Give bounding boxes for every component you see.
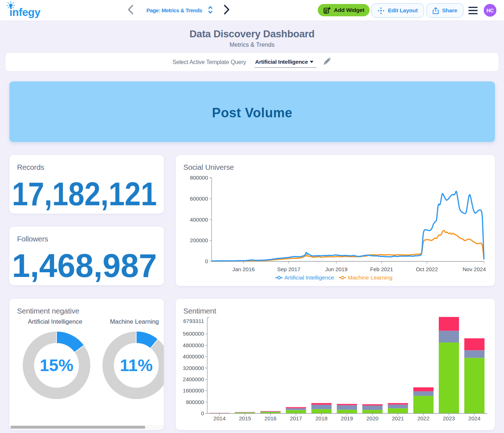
svg-text:3200000: 3200000 — [183, 365, 204, 371]
svg-text:0: 0 — [201, 410, 204, 416]
svg-text:2015: 2015 — [239, 415, 251, 421]
svg-text:1,468,987: 1,468,987 — [12, 248, 157, 284]
svg-text:600000: 600000 — [190, 196, 208, 202]
svg-text:1600000: 1600000 — [183, 387, 204, 394]
svg-text:11%: 11% — [120, 356, 153, 375]
svg-text:Artificial Intelligence: Artificial Intelligence — [28, 318, 82, 325]
svg-text:2021: 2021 — [392, 415, 404, 421]
svg-text:2017: 2017 — [290, 415, 302, 421]
svg-text:2018: 2018 — [316, 415, 328, 421]
svg-text:2016: 2016 — [265, 415, 276, 421]
svg-text:Feb 2021: Feb 2021 — [370, 266, 393, 272]
svg-text:17,182,121: 17,182,121 — [12, 176, 157, 212]
svg-text:Sep 2017: Sep 2017 — [277, 266, 300, 272]
svg-text:400000: 400000 — [190, 216, 208, 223]
svg-text:800000: 800000 — [186, 399, 204, 405]
svg-text:Artificial Intelligence: Artificial Intelligence — [284, 274, 334, 281]
svg-text:2023: 2023 — [443, 415, 455, 421]
svg-text:4000000: 4000000 — [183, 353, 204, 360]
svg-text:15%: 15% — [39, 356, 73, 375]
svg-text:Jun 2019: Jun 2019 — [325, 266, 347, 272]
svg-text:4800000: 4800000 — [183, 342, 204, 348]
svg-text:200000: 200000 — [190, 237, 208, 243]
svg-text:2400000: 2400000 — [183, 376, 204, 382]
svg-text:5600000: 5600000 — [183, 331, 204, 337]
svg-text:2019: 2019 — [341, 415, 353, 421]
svg-text:Oct 2022: Oct 2022 — [416, 266, 438, 272]
svg-text:6793311: 6793311 — [183, 318, 204, 324]
svg-text:2024: 2024 — [468, 415, 480, 421]
svg-text:0: 0 — [205, 258, 208, 264]
svg-text:2022: 2022 — [417, 415, 429, 421]
svg-text:Jan 2016: Jan 2016 — [232, 266, 255, 272]
svg-text:2014: 2014 — [213, 415, 225, 421]
svg-text:2020: 2020 — [366, 415, 378, 421]
svg-text:infegy: infegy — [9, 6, 41, 18]
svg-text:Machine Learning: Machine Learning — [348, 274, 392, 281]
svg-text:Nov 2024: Nov 2024 — [463, 266, 486, 272]
svg-text:Machine Learning: Machine Learning — [110, 318, 159, 325]
svg-text:800000: 800000 — [190, 175, 208, 181]
